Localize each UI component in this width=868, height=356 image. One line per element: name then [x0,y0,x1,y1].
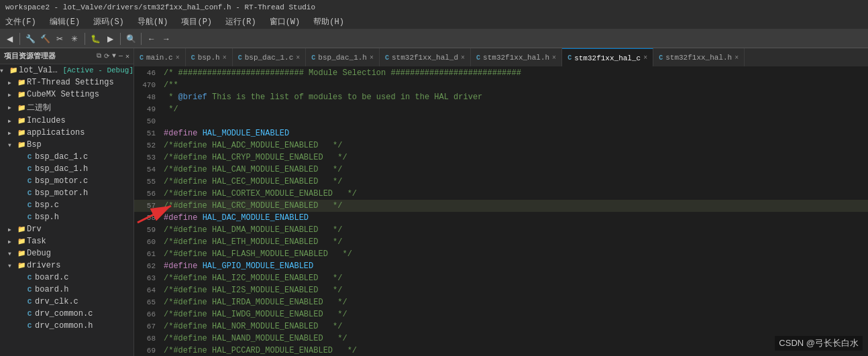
c-file-icon: C [24,285,35,294]
code-line: 59/*#define HAL_DMA_MODULE_ENABLED */ [134,224,868,236]
folder-icon: 📁 [16,140,27,150]
editor-tab[interactable]: Cbsp_dac_1.h× [306,48,380,67]
sidebar-tree-item[interactable]: Cbsp_motor.c [0,175,133,187]
tree-item-label: drv_common.h [35,321,93,331]
sidebar-icons: ⧉ ⟳ ▼ — ✕ [97,52,129,60]
toolbar-btn-search[interactable]: 🔍 [124,32,138,46]
line-number: 49 [134,105,161,113]
tree-item-label: drv_clk.c [35,297,78,306]
tab-close-button[interactable]: × [552,54,556,62]
toolbar-btn-2[interactable]: 🔧 [23,32,37,46]
line-content: /*#define HAL_FLASH_MODULE_ENABLED */ [161,249,868,259]
toolbar-btn-3[interactable]: 🔨 [38,32,52,46]
sidebar-tree-item[interactable]: Cbsp_dac_1.h [0,163,133,175]
editor-tab[interactable]: Cstm32f1xx_hal.h× [471,48,562,67]
toolbar-btn-4[interactable]: ✂ [53,32,66,46]
toolbar-btn-7[interactable]: ▶ [103,32,117,46]
toolbar-btn-fwd[interactable]: → [160,32,173,46]
menu-item[interactable]: 帮助(H) [311,15,347,28]
minimize-icon[interactable]: — [119,52,123,60]
line-number: 59 [134,226,161,234]
line-number: 57 [134,202,161,210]
toolbar-btn-back[interactable]: ← [145,32,158,46]
tab-close-button[interactable]: × [296,54,300,62]
sidebar-tree-item[interactable]: Cboard.c [0,272,133,284]
sidebar-tree-item[interactable]: ▶📁二进制 [0,101,133,115]
code-line: 52/*#define HAL_ADC_MODULE_ENABLED */ [134,139,868,152]
sidebar-tree-item[interactable]: Cbsp_motor.h [0,187,133,199]
sidebar-tree-item[interactable]: ▶📁applications [0,127,133,139]
watermark: CSDN @弓长长白水 [775,336,863,351]
line-number: 470 [134,81,161,89]
tab-close-button[interactable]: × [370,54,374,62]
toolbar: ◀ 🔧 🔨 ✂ ✳ 🐛 ▶ 🔍 ← → [0,29,868,48]
sidebar-tree-item[interactable]: ▼📁Bsp [0,139,133,151]
code-editor[interactable]: 46/* ########################## Module S… [134,67,868,356]
line-content: #define HAL_GPIO_MODULE_ENABLED [161,261,868,271]
sidebar-tree-item[interactable]: ▶📁Task [0,235,133,247]
tree-arrow-icon: ▶ [8,105,16,111]
tree-arrow-icon: ▶ [8,118,16,124]
sidebar-tree-item[interactable]: ▼📁drivers [0,259,133,272]
tab-label: stm32f1xx_hal.h [665,54,732,62]
sidebar-tree-item[interactable]: ▶📁Includes [0,115,133,127]
sync-icon[interactable]: ⟳ [104,52,109,60]
line-number: 58 [134,214,161,222]
code-line: 53/*#define HAL_CRYP_MODULE_ENABLED */ [134,152,868,164]
editor-tab[interactable]: Cstm32f1xx_hal_d× [380,48,471,67]
editor-tab[interactable]: Cbsp_dac_1.c× [233,48,307,67]
tree-item-label: Debug [27,249,51,258]
editor-tab[interactable]: Cbsp.h× [186,48,233,67]
toolbar-btn-1[interactable]: ◀ [3,32,16,46]
sidebar-tree-item[interactable]: Cdrv_clk.c [0,296,133,308]
toolbar-btn-6[interactable]: 🐛 [89,32,102,46]
tree-arrow-icon: ▶ [8,227,16,233]
tab-label: stm32f1xx_hal_d [392,54,458,62]
folder-icon: 📁 [16,103,27,113]
editor-tab[interactable]: Cstm32f1xx_hal.h× [653,48,745,67]
code-line: 61/*#define HAL_FLASH_MODULE_ENABLED */ [134,248,868,260]
line-number: 55 [134,178,161,186]
menu-item[interactable]: 导航(N) [135,15,171,28]
tree-item-label: 二进制 [27,102,51,113]
tab-label: stm32f1xx_hal_c [574,54,641,62]
code-line: 58#define HAL_DAC_MODULE_ENABLED [134,212,868,224]
menu-item[interactable]: 编辑(E) [47,15,83,28]
collapse-all-icon[interactable]: ⧉ [97,52,101,60]
tab-close-button[interactable]: × [461,54,465,62]
sidebar-tree-item[interactable]: Cbsp_dac_1.c [0,151,133,163]
toolbar-sep-1 [19,33,20,45]
editor-tab[interactable]: Cmain.c× [134,48,186,67]
sidebar-tree-item[interactable]: ▶📁CubeMX Settings [0,88,133,101]
sidebar-tree-item[interactable]: Cdrv_common.c [0,308,133,320]
c-file-icon: C [24,297,35,306]
sidebar-tree-item[interactable]: Cbsp.h [0,211,133,223]
menu-item[interactable]: 源码(S) [91,15,127,28]
menu-item[interactable]: 项目(P) [178,15,215,28]
tab-close-button[interactable]: × [643,54,647,62]
editor-area: Cmain.c×Cbsp.h×Cbsp_dac_1.c×Cbsp_dac_1.h… [134,48,868,356]
sidebar-tree-item[interactable]: ▶📁Drv [0,223,133,235]
sidebar-tree-item[interactable]: Cboard.h [0,284,133,296]
sidebar-tree-item[interactable]: Cdrv_common.h [0,320,133,332]
line-content: /*#define HAL_CRC_MODULE_ENABLED */ [161,201,868,211]
line-content: /*#define HAL_ETH_MODULE_ENABLED */ [161,237,868,247]
sidebar-tree-item[interactable]: ▼📁Debug [0,247,133,259]
sidebar-tree: ▼📁lot_Valve[Active - Debug]▶📁RT-Thread S… [0,64,133,332]
close-icon[interactable]: ✕ [125,52,129,60]
expand-icon[interactable]: ▼ [112,52,116,60]
menu-item[interactable]: 运行(R) [223,15,259,28]
tab-label: stm32f1xx_hal.h [483,54,549,62]
sidebar-tree-item[interactable]: Cbsp.c [0,199,133,211]
sidebar-tree-item[interactable]: ▼📁lot_Valve[Active - Debug] [0,64,133,76]
tab-close-button[interactable]: × [735,54,739,62]
tab-close-button[interactable]: × [223,54,227,62]
tab-close-button[interactable]: × [176,54,180,62]
tab-file-icon: C [567,54,572,62]
menu-item[interactable]: 文件(F) [3,15,39,28]
sidebar-tree-item[interactable]: ▶📁RT-Thread Settings [0,76,133,88]
toolbar-btn-5[interactable]: ✳ [68,32,81,46]
menu-item[interactable]: 窗口(W) [267,15,303,28]
folder-icon: 📁 [16,249,27,258]
editor-tab[interactable]: Cstm32f1xx_hal_c× [562,48,653,67]
